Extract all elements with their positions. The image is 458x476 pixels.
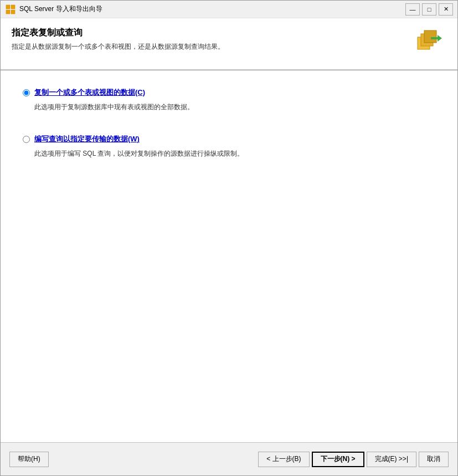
option-label-2[interactable]: 编写查询以指定要传输的数据(W) — [34, 134, 140, 144]
minimize-button[interactable]: — — [405, 3, 420, 16]
svg-marker-7 — [438, 35, 442, 42]
header-icon — [413, 27, 446, 60]
finish-button[interactable]: 完成(E) >>| — [367, 452, 416, 467]
svg-rect-3 — [11, 10, 15, 14]
next-button[interactable]: 下一步(N) > — [312, 452, 364, 467]
svg-rect-6 — [424, 30, 436, 43]
option-label-1[interactable]: 复制一个或多个表或视图的数据(C) — [34, 88, 145, 98]
cancel-button[interactable]: 取消 — [419, 452, 449, 467]
radio-copy-tables[interactable] — [23, 89, 30, 96]
svg-rect-1 — [11, 5, 15, 9]
header-section: 指定表复制或查询 指定是从数据源复制一个或多个表和视图，还是从数据源复制查询结果… — [1, 18, 457, 70]
footer: 帮助(H) < 上一步(B) 下一步(N) > 完成(E) >>| 取消 — [1, 442, 457, 475]
option-group-2: 编写查询以指定要传输的数据(W) 此选项用于编写 SQL 查询，以便对复制操作的… — [23, 134, 435, 158]
window-controls: — □ ✕ — [405, 3, 453, 16]
main-window: SQL Server 导入和导出向导 — □ ✕ 指定表复制或查询 指定是从数据… — [0, 0, 458, 476]
header-title: 指定表复制或查询 — [12, 27, 413, 39]
title-bar: SQL Server 导入和导出向导 — □ ✕ — [1, 1, 457, 18]
option-desc-2: 此选项用于编写 SQL 查询，以便对复制操作的源数据进行操纵或限制。 — [34, 149, 435, 158]
option-group-1: 复制一个或多个表或视图的数据(C) 此选项用于复制源数据库中现有表或视图的全部数… — [23, 88, 435, 112]
svg-rect-2 — [6, 10, 10, 14]
footer-right: < 上一步(B) 下一步(N) > 完成(E) >>| 取消 — [258, 452, 449, 467]
svg-rect-8 — [431, 37, 438, 39]
back-button[interactable]: < 上一步(B) — [258, 452, 309, 467]
option-item-2: 编写查询以指定要传输的数据(W) — [23, 134, 435, 144]
option-item-1: 复制一个或多个表或视图的数据(C) — [23, 88, 435, 98]
maximize-button[interactable]: □ — [422, 3, 436, 16]
option-desc-1: 此选项用于复制源数据库中现有表或视图的全部数据。 — [34, 102, 435, 112]
window-icon — [5, 4, 16, 15]
close-button[interactable]: ✕ — [439, 3, 453, 16]
content-area: 复制一个或多个表或视图的数据(C) 此选项用于复制源数据库中现有表或视图的全部数… — [1, 71, 457, 442]
window-title: SQL Server 导入和导出向导 — [19, 4, 405, 14]
header-description: 指定是从数据源复制一个或多个表和视图，还是从数据源复制查询结果。 — [12, 42, 413, 52]
radio-write-query[interactable] — [23, 136, 30, 143]
svg-rect-0 — [6, 5, 10, 9]
footer-left: 帮助(H) — [9, 452, 258, 467]
help-button[interactable]: 帮助(H) — [9, 452, 49, 467]
header-text: 指定表复制或查询 指定是从数据源复制一个或多个表和视图，还是从数据源复制查询结果… — [12, 27, 413, 52]
